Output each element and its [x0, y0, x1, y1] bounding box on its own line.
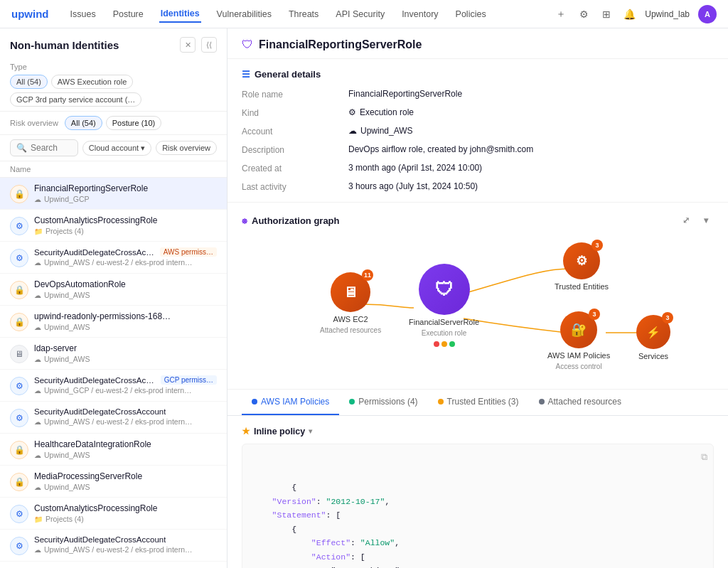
avatar[interactable]: A: [698, 5, 717, 23]
ec2-sublabel: Attached resources: [320, 326, 381, 334]
copy-icon[interactable]: ⧉: [701, 450, 707, 466]
item-content-8: HealthcareDataIntegrationRole ☁ Upwind_A…: [34, 439, 217, 459]
tab-trusted-entities[interactable]: Trusted Entities (3): [428, 390, 529, 415]
detail-title: FinancialReportingServerRole: [259, 38, 422, 51]
nav-api-security[interactable]: API Security: [334, 6, 386, 22]
graph-node-iam[interactable]: 🔐 3 AWS IAM Policies Access control: [547, 311, 610, 370]
sidebar-title: Non-human Identities: [10, 39, 119, 51]
right-panel: 🛡 FinancialReportingServerRole ☰ General…: [228, 28, 728, 568]
list-item[interactable]: ⚙ CustomAnalyticsProcessingRole 📁 Projec…: [0, 210, 227, 242]
field-label-4: Created at: [242, 162, 348, 173]
item-icon-0: 🔒: [10, 185, 28, 203]
nav-identities[interactable]: Identities: [159, 6, 201, 23]
nav-posture[interactable]: Posture: [112, 6, 145, 22]
search-input[interactable]: [31, 143, 72, 153]
policy-section: ★ Inline policy ▾ ⧉ { "Version": "2012-1…: [228, 416, 728, 568]
item-name-3: DevOpsAutomationRole: [34, 279, 126, 289]
list-item[interactable]: 🖥 backup-server ☁ Upwind_AWS: [0, 562, 227, 568]
tab-iam-policies[interactable]: AWS IAM Policies: [242, 390, 339, 415]
nav-threats[interactable]: Threats: [287, 6, 320, 22]
graph-node-trusted[interactable]: ⚙ 3 Trusted Entities: [555, 242, 609, 291]
item-icon-9: 🔒: [10, 473, 28, 491]
main-layout: Non-human Identities ✕ ⟨⟨ Type All (54) …: [0, 28, 728, 568]
filter-all[interactable]: All (54): [10, 75, 48, 89]
list-item[interactable]: ⚙ SecurityAuditDelegateCrossAccount GCP …: [0, 370, 227, 402]
search-icon: 🔍: [16, 143, 27, 153]
list-item[interactable]: ⚙ SecurityAuditDelegateCrossAccount ☁ Up…: [0, 530, 227, 562]
item-name-1: CustomAnalyticsProcessingRole: [34, 215, 157, 225]
tab-dot-attached: [539, 399, 545, 404]
nav-vulnerabilities[interactable]: Vulnerabilities: [215, 6, 273, 22]
filter-aws[interactable]: AWS Execution role: [51, 75, 133, 89]
collapse-icon[interactable]: ⟨⟨: [201, 37, 217, 53]
sidebar-header: Non-human Identities ✕ ⟨⟨: [0, 28, 227, 58]
topnav: upwind Issues Posture Identities Vulnera…: [0, 0, 728, 28]
list-item[interactable]: ⚙ CustomAnalyticsProcessingRole 📁 Projec…: [0, 498, 227, 530]
list-item[interactable]: ⚙ SecurityAuditDelegateCrossAccount AWS …: [0, 242, 227, 274]
list-icon: ☰: [242, 69, 250, 80]
sidebar-header-icons: ✕ ⟨⟨: [180, 37, 217, 53]
graph-heading: ⎈ Authorization graph ⤢ ▾: [242, 213, 714, 228]
graph-node-services[interactable]: ⚡ 3 Services: [636, 315, 670, 360]
ec2-badge: 11: [362, 269, 373, 281]
tab-permissions[interactable]: Permissions (4): [339, 390, 427, 415]
item-name-9: MediaProcessingServerRole: [34, 471, 142, 481]
item-sub-8: ☁ Upwind_AWS: [34, 451, 217, 459]
item-sub-0: ☁ Upwind_GCP: [34, 195, 217, 203]
policy-heading: ★ Inline policy ▾: [242, 426, 714, 436]
item-content-9: MediaProcessingServerRole ☁ Upwind_AWS: [34, 471, 217, 491]
detail-header: 🛡 FinancialReportingServerRole: [228, 28, 728, 59]
risk-tab-all[interactable]: All (54): [65, 116, 102, 130]
item-icon-5: 🖥: [10, 345, 28, 363]
list-item[interactable]: 🖥 ldap-server ☁ Upwind_AWS: [0, 338, 227, 370]
sidebar: Non-human Identities ✕ ⟨⟨ Type All (54) …: [0, 28, 228, 568]
item-icon-4: 🔒: [10, 313, 28, 331]
graph-canvas: 🖥 11 AWS EC2 Attached resources 🛡 Financ…: [242, 237, 714, 379]
item-content-5: ldap-server ☁ Upwind_AWS: [34, 343, 217, 363]
chevron-down-icon[interactable]: ▾: [698, 213, 714, 228]
item-sub-5: ☁ Upwind_AWS: [34, 355, 217, 363]
item-content-3: DevOpsAutomationRole ☁ Upwind_AWS: [34, 279, 217, 299]
close-icon[interactable]: ✕: [180, 37, 196, 53]
risk-tab-posture[interactable]: Posture (10): [106, 116, 162, 130]
cloud-icon: ☁: [348, 126, 357, 136]
item-content-6: SecurityAuditDelegateCrossAccount GCP pe…: [34, 375, 217, 395]
nav-issues[interactable]: Issues: [69, 6, 97, 22]
execution-icon: ⚙: [348, 107, 356, 117]
role-icon: 🛡: [242, 38, 253, 51]
field-label-3: Description: [242, 144, 348, 155]
graph-node-ec2[interactable]: 🖥 11 AWS EC2 Attached resources: [320, 272, 381, 334]
item-name-0: FinancialReportingServerRole: [34, 183, 148, 193]
services-badge: 3: [662, 312, 673, 323]
nav-inventory[interactable]: Inventory: [400, 6, 439, 22]
list-item[interactable]: ⚙ SecurityAuditDelegateCrossAccount ☁ Up…: [0, 402, 227, 434]
graph-node-central[interactable]: 🛡 FinancialServerRole Execution role: [409, 264, 479, 347]
cloud-account-filter[interactable]: Cloud account ▾: [82, 141, 151, 156]
tabs-section: AWS IAM Policies Permissions (4) Trusted…: [228, 390, 728, 416]
col-header: Name: [0, 161, 227, 178]
list-item[interactable]: 🔒 HealthcareDataIntegrationRole ☁ Upwind…: [0, 434, 227, 466]
type-label: Type: [10, 63, 217, 71]
item-sub-3: ☁ Upwind_AWS: [34, 291, 217, 299]
plus-icon[interactable]: ＋: [554, 7, 568, 21]
layout-icon[interactable]: ⊞: [599, 7, 614, 21]
expand-policy-icon[interactable]: ▾: [309, 427, 312, 435]
item-content-4: upwind-readonly-permissions-168… ☁ Upwin…: [34, 311, 217, 331]
item-content-1: CustomAnalyticsProcessingRole 📁 Projects…: [34, 215, 217, 235]
list-item[interactable]: 🔒 MediaProcessingServerRole ☁ Upwind_AWS: [0, 466, 227, 498]
nav-policies[interactable]: Policies: [454, 6, 488, 22]
logo: upwind: [11, 8, 49, 20]
item-icon-7: ⚙: [10, 409, 28, 427]
risk-overview-filter[interactable]: Risk overview: [156, 141, 217, 155]
expand-graph-icon[interactable]: ⤢: [678, 213, 694, 228]
list-item[interactable]: 🔒 upwind-readonly-permissions-168… ☁ Upw…: [0, 306, 227, 338]
list-item[interactable]: 🔒 FinancialReportingServerRole ☁ Upwind_…: [0, 178, 227, 210]
inline-policy-label: Inline policy: [254, 427, 305, 436]
gear-icon[interactable]: ⚙: [577, 7, 591, 21]
list-item[interactable]: 🔒 DevOpsAutomationRole ☁ Upwind_AWS: [0, 274, 227, 306]
tab-attached-resources[interactable]: Attached resources: [529, 390, 631, 415]
filter-gcp[interactable]: GCP 3rd party service account (…: [10, 92, 141, 107]
tab-dot-permissions: [349, 399, 355, 404]
bell-icon[interactable]: 🔔: [622, 7, 636, 21]
search-input-wrap: 🔍: [10, 139, 78, 156]
